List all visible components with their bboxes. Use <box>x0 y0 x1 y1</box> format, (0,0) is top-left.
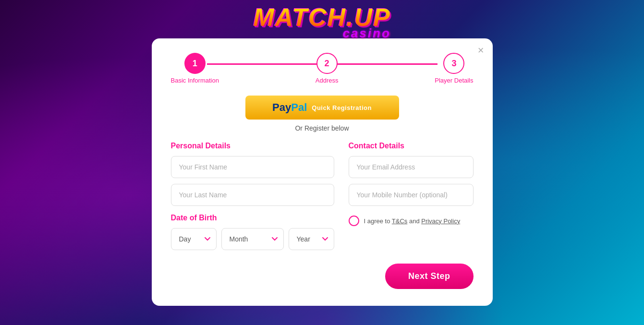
or-register-text: Or Register below <box>171 124 474 132</box>
next-step-button[interactable]: Next Step <box>385 264 474 289</box>
first-name-input[interactable] <box>171 156 334 178</box>
step-1: 1 Basic Information <box>171 53 219 84</box>
stepper: 1 Basic Information 2 Address 3 Player D… <box>171 53 474 84</box>
contact-details-col: Contact Details I agree to T&Cs and Priv… <box>349 142 474 250</box>
step-3-label: Player Details <box>435 77 473 84</box>
step-2-circle: 2 <box>316 53 338 74</box>
dob-section: Date of Birth Day12345678910111213141516… <box>171 214 334 250</box>
paypal-logo: PayPal <box>272 101 307 114</box>
last-name-input[interactable] <box>171 184 334 206</box>
paypal-quick-reg-label: Quick Registration <box>312 104 372 111</box>
logo-sub: casino <box>253 26 391 41</box>
personal-details-title: Personal Details <box>171 142 334 150</box>
step-3: 3 Player Details <box>435 53 473 84</box>
privacy-link[interactable]: Privacy Policy <box>421 217 460 225</box>
terms-link[interactable]: T&Cs <box>392 217 408 225</box>
dob-title: Date of Birth <box>171 214 334 222</box>
terms-row: I agree to T&Cs and Privacy Policy <box>349 216 474 226</box>
step-1-label: Basic Information <box>171 77 219 84</box>
close-button[interactable]: × <box>478 45 484 56</box>
dob-selects: Day1234567891011121314151617181920212223… <box>171 228 334 250</box>
logo-area: MATCH.UP casino <box>253 5 391 41</box>
registration-modal: × 1 Basic Information 2 Address 3 Player… <box>152 38 493 306</box>
paypal-button[interactable]: PayPal Quick Registration <box>245 96 399 120</box>
day-select[interactable]: Day1234567891011121314151617181920212223… <box>171 228 217 250</box>
next-step-area: Next Step <box>171 264 474 289</box>
month-select[interactable]: MonthJanuaryFebruaryMarchAprilMayJuneJul… <box>221 228 284 250</box>
contact-details-title: Contact Details <box>349 142 474 150</box>
year-select[interactable]: Year202420232022200019991990198019701960… <box>289 228 334 250</box>
step-2-label: Address <box>316 77 339 84</box>
form-grid: Personal Details Date of Birth Day123456… <box>171 142 474 250</box>
terms-text: I agree to T&Cs and Privacy Policy <box>364 217 461 225</box>
step-2: 2 Address <box>316 53 339 84</box>
step-3-circle: 3 <box>443 53 464 74</box>
email-input[interactable] <box>349 156 474 178</box>
step-1-circle: 1 <box>184 53 206 74</box>
personal-details-col: Personal Details Date of Birth Day123456… <box>171 142 334 250</box>
mobile-input[interactable] <box>349 184 474 206</box>
terms-checkbox[interactable] <box>349 216 359 226</box>
